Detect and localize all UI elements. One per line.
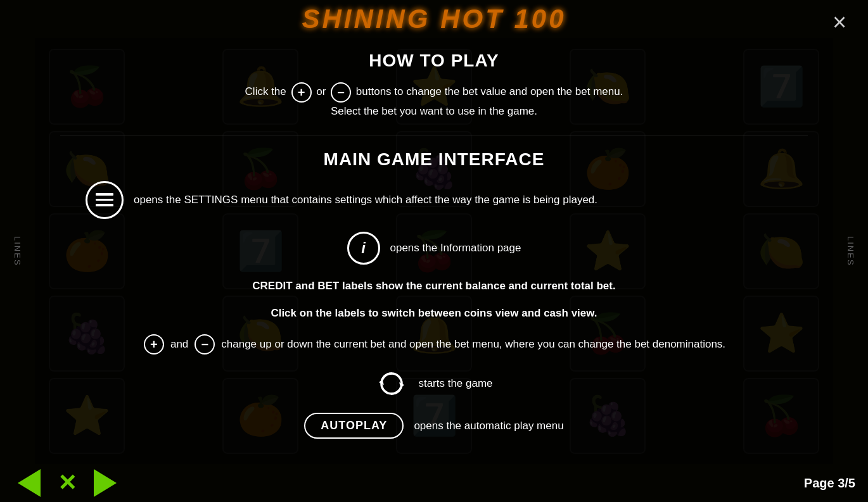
plus-circle-icon: + [144, 334, 164, 355]
plus-minus-description: change up or down the current bet and op… [221, 336, 725, 353]
prev-page-button[interactable] [13, 469, 46, 497]
left-arrow-icon [18, 469, 41, 497]
how-to-play-title: HOW TO PLAY [369, 51, 499, 71]
close-nav-button[interactable]: ✕ [51, 469, 84, 497]
spin-row: starts the game [86, 367, 782, 400]
settings-row: opens the SETTINGS menu that contains se… [86, 181, 782, 219]
right-lines-label: LINES [846, 236, 855, 267]
page-indicator: Page 3/5 [804, 476, 855, 491]
next-page-button[interactable] [89, 469, 122, 497]
side-label-left: LINES [0, 38, 35, 464]
info-icon-circle: i [347, 232, 380, 265]
minus-circle-icon: − [195, 334, 215, 355]
or-text: or [316, 85, 326, 97]
main-game-interface-section: MAIN GAME INTERFACE opens the SETTINGS m… [86, 149, 782, 451]
main-panel: HOW TO PLAY Click the + or − buttons to … [35, 38, 833, 464]
credit-bet-row: CREDIT and BET labels show the current b… [86, 277, 782, 322]
bet-menu-text: buttons to change the bet value and open… [356, 85, 623, 97]
how-to-play-line1: Click the + or − buttons to change the b… [245, 82, 623, 103]
settings-description: opens the SETTINGS menu that contains se… [134, 191, 597, 208]
how-to-play-line2: Select the bet you want to use in the ga… [245, 103, 623, 121]
bottom-navigation: ✕ Page 3/5 [0, 464, 868, 502]
main-game-interface-title: MAIN GAME INTERFACE [86, 149, 782, 170]
minus-button-icon: − [331, 82, 351, 103]
autoplay-description: opens the automatic play menu [414, 417, 563, 434]
autoplay-button[interactable]: AUTOPLAY [304, 413, 404, 439]
credit-bet-line2: Click on the labels to switch between co… [271, 304, 597, 322]
how-to-play-content: Click the + or − buttons to change the b… [245, 82, 623, 121]
game-title: SHINING HOT 100 [302, 4, 566, 34]
spin-svg-icon [376, 368, 407, 399]
plus-minus-row: + and − change up or down the current be… [86, 334, 782, 355]
info-row: i opens the Information page [86, 232, 782, 265]
click-the-text: Click the [245, 85, 286, 97]
autoplay-row: AUTOPLAY opens the automatic play menu [86, 413, 782, 439]
game-title-bar: SHINING HOT 100 [0, 0, 868, 38]
credit-bet-line1: CREDIT and BET labels show the current b… [252, 277, 615, 294]
plus-button-icon: + [291, 82, 312, 103]
info-description: opens the Information page [390, 239, 521, 256]
close-button[interactable]: × [824, 6, 855, 38]
close-icon: × [833, 10, 846, 34]
nav-arrows-group: ✕ [13, 469, 122, 497]
right-arrow-icon [94, 469, 117, 497]
divider-1 [60, 135, 808, 135]
spin-icon [375, 367, 408, 400]
and-connector: and [170, 336, 188, 353]
info-icon: i [361, 239, 366, 257]
hamburger-icon [86, 181, 124, 219]
x-nav-icon: ✕ [58, 472, 77, 494]
side-label-right: LINES [833, 38, 868, 464]
spin-description: starts the game [418, 375, 492, 392]
left-lines-label: LINES [13, 236, 22, 267]
